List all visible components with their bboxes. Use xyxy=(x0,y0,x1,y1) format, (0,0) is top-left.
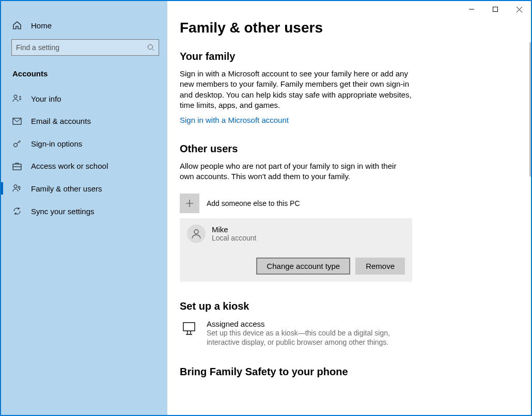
sync-icon xyxy=(12,206,22,216)
kiosk-icon xyxy=(180,319,198,336)
sidebar-item-label: Sign-in options xyxy=(31,139,82,148)
sidebar-item-label: Family & other users xyxy=(31,184,102,193)
window-controls xyxy=(460,1,531,18)
svg-point-7 xyxy=(194,230,198,234)
others-body: Allow people who are not part of your fa… xyxy=(180,161,412,182)
kiosk-desc: Set up this device as a kiosk—this could… xyxy=(207,328,403,348)
remove-user-button[interactable]: Remove xyxy=(355,258,405,275)
sidebar-category: Accounts xyxy=(1,60,167,83)
sign-in-link[interactable]: Sign in with a Microsoft account xyxy=(180,116,289,124)
minimize-button[interactable] xyxy=(460,1,483,18)
add-user-label: Add someone else to this PC xyxy=(207,199,300,207)
section-family: Your family Sign in with a Microsoft acc… xyxy=(180,51,484,124)
plus-icon xyxy=(180,194,199,213)
home-icon xyxy=(12,21,22,30)
kiosk-row[interactable]: Assigned access Set up this device as a … xyxy=(180,319,484,348)
svg-point-6 xyxy=(18,186,20,188)
family-heading: Your family xyxy=(180,51,484,62)
kiosk-title: Assigned access xyxy=(207,319,403,328)
svg-point-1 xyxy=(14,95,17,98)
search-input-wrapper[interactable] xyxy=(11,39,159,56)
main-content: Family & other users Your family Sign in… xyxy=(167,1,531,415)
sidebar-nav: Your info Email & accounts Sign-in optio… xyxy=(1,87,167,222)
sidebar: Settings Home Accounts Your info xyxy=(1,0,167,415)
sidebar-item-your-info[interactable]: Your info xyxy=(1,87,167,110)
sidebar-home[interactable]: Home xyxy=(1,15,167,35)
close-button[interactable] xyxy=(507,1,531,18)
mail-icon xyxy=(12,118,22,125)
sidebar-item-sync[interactable]: Sync your settings xyxy=(1,200,167,222)
people-icon xyxy=(12,184,22,193)
maximize-button[interactable] xyxy=(483,1,507,18)
sidebar-item-family[interactable]: Family & other users xyxy=(1,177,167,200)
page-title: Family & other users xyxy=(180,20,484,36)
add-user-row[interactable]: Add someone else to this PC xyxy=(180,194,484,213)
sidebar-item-email[interactable]: Email & accounts xyxy=(1,110,167,132)
svg-rect-8 xyxy=(183,323,195,331)
svg-point-0 xyxy=(148,45,153,50)
sidebar-home-label: Home xyxy=(31,21,52,30)
briefcase-icon xyxy=(12,162,22,170)
search-input[interactable] xyxy=(16,43,147,52)
sidebar-item-label: Sync your settings xyxy=(31,207,95,216)
user-card[interactable]: Mike Local account Change account type R… xyxy=(180,218,412,282)
key-icon xyxy=(12,139,22,148)
svg-point-3 xyxy=(14,143,18,147)
sidebar-item-label: Your info xyxy=(31,94,61,103)
change-account-type-button[interactable]: Change account type xyxy=(256,258,350,275)
sidebar-item-sign-in[interactable]: Sign-in options xyxy=(1,132,167,155)
user-type: Local account xyxy=(212,234,256,242)
svg-point-5 xyxy=(14,185,17,188)
search-icon xyxy=(147,44,154,51)
svg-rect-9 xyxy=(493,7,498,12)
family-body: Sign in with a Microsoft account to see … xyxy=(180,69,412,110)
sidebar-item-label: Email & accounts xyxy=(31,117,91,125)
family-safety-heading: Bring Family Safety to your phone xyxy=(180,366,484,378)
sidebar-item-label: Access work or school xyxy=(31,162,108,170)
section-kiosk: Set up a kiosk Assigned access Set up th… xyxy=(180,300,484,348)
avatar-icon xyxy=(187,225,206,243)
user-name: Mike xyxy=(212,225,256,234)
scrollbar[interactable] xyxy=(529,42,531,177)
user-icon xyxy=(12,94,22,103)
sidebar-item-work-school[interactable]: Access work or school xyxy=(1,155,167,177)
section-other-users: Other users Allow people who are not par… xyxy=(180,143,484,282)
others-heading: Other users xyxy=(180,143,484,155)
kiosk-heading: Set up a kiosk xyxy=(180,300,484,312)
